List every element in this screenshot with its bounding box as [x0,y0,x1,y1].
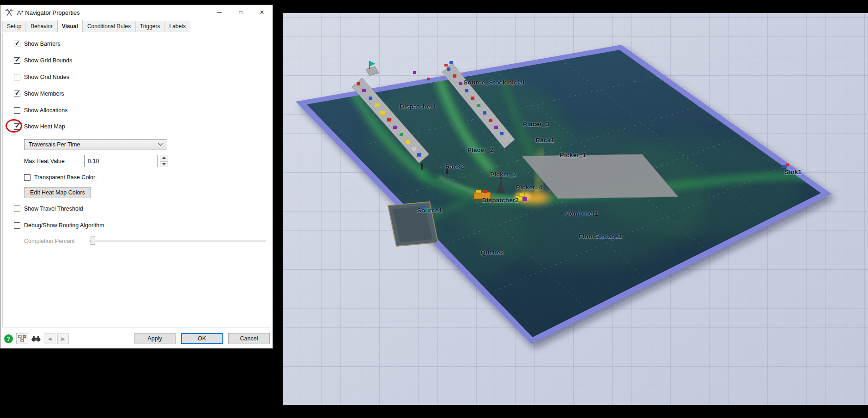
scene-canvas [283,13,868,405]
maximize-button[interactable]: □ [230,5,251,20]
tab-labels[interactable]: Labels [165,21,190,32]
find-button[interactable] [30,333,42,344]
checkbox-show-members[interactable]: Show Members [14,89,64,98]
checkbox-debug-routing-algorithm[interactable]: Debug/Show Routing Algorithm [14,221,104,230]
arrow-down-icon [162,163,166,165]
completion-percent-slider[interactable] [89,236,266,246]
completion-percent-label: Completion Percent [24,238,75,244]
minimize-button[interactable]: ─ [209,5,230,20]
checkbox-label: Show Members [24,91,64,97]
chevron-down-icon [158,141,163,146]
checkbox-label: Show Grid Bounds [24,57,72,64]
checkbox-icon [14,41,20,47]
window-title: A* Navigator Properties [17,9,80,16]
checkbox-label: Show Allocations [24,107,68,114]
checkbox-icon [14,74,20,80]
help-icon: ? [4,334,13,343]
checkbox-transparent-base-color[interactable]: Transparent Base Color [24,173,95,182]
max-heat-value-spinner [160,155,168,167]
slider-thumb[interactable] [91,236,95,245]
edit-heatmap-colors-button[interactable]: Edit Heat Map Colors [24,187,91,198]
tab-setup[interactable]: Setup [2,21,26,32]
checkbox-show-grid-nodes[interactable]: Show Grid Nodes [14,73,69,82]
slider-track [89,240,266,242]
window-controls: ─ □ × [209,5,273,20]
object-tree-button[interactable] [16,333,28,344]
max-heat-value-label: Max Heat Value [24,158,65,164]
close-button[interactable]: × [251,5,273,20]
checkbox-label: Transparent Base Color [34,174,95,181]
back-button[interactable]: ◀ [44,333,55,344]
checkbox-label: Show Heat Map [24,123,65,130]
arrow-up-icon [162,157,166,159]
checkbox-label: Show Barriers [24,41,61,47]
checkbox-show-grid-bounds[interactable]: Show Grid Bounds [14,56,72,65]
checkbox-show-travel-threshold[interactable]: Show Travel Threshold [14,204,83,213]
title-bar[interactable]: A* Navigator Properties ─ □ × [0,5,273,20]
help-button[interactable]: ? [2,333,14,344]
checkbox-show-allocations[interactable]: Show Allocations [14,106,68,115]
tab-visual[interactable]: Visual [57,20,83,32]
max-heat-value-input[interactable] [84,155,158,167]
checkbox-icon [14,107,20,114]
tab-conditional-rules[interactable]: Conditional Rules [83,21,135,32]
checkbox-icon [14,206,20,212]
dropdown-selected-value: Traversals Per Time [29,141,80,148]
tab-bar: Setup Behavior Visual Conditional Rules … [0,20,273,32]
astar-flags-icon [5,8,13,17]
3d-viewport[interactable]: Source_StockInicialDispatcher1Placer_3Ra… [283,13,868,405]
spinner-down-button[interactable] [160,161,168,168]
checkbox-icon [14,57,20,64]
checkbox-label: Debug/Show Routing Algorithm [24,222,104,229]
checkbox-icon [14,222,20,229]
ok-button[interactable]: OK [181,333,223,344]
forward-arrow-icon: ▶ [61,336,65,341]
tree-icon [18,335,26,342]
visual-tab-panel: Show Barriers Show Grid Bounds Show Grid… [2,33,270,327]
properties-dialog: A* Navigator Properties ─ □ × Setup Beha… [0,5,273,349]
tab-triggers[interactable]: Triggers [135,21,165,32]
back-arrow-icon: ◀ [48,336,52,341]
binoculars-icon [31,335,41,342]
spinner-up-button[interactable] [160,155,168,161]
checkbox-label: Show Grid Nodes [24,74,69,80]
highlight-annotation-circle [6,119,22,133]
checkbox-show-barriers[interactable]: Show Barriers [14,39,61,48]
apply-button[interactable]: Apply [134,333,176,344]
checkbox-icon [24,174,30,181]
checkbox-icon [14,91,20,97]
tab-behavior[interactable]: Behavior [26,21,57,32]
dialog-footer: ? ◀ ▶ Apply [2,332,270,345]
heatmap-metric-dropdown[interactable]: Traversals Per Time [24,139,167,150]
cancel-button[interactable]: Cancel [228,333,270,344]
checkbox-label: Show Travel Threshold [24,206,83,212]
forward-button[interactable]: ▶ [57,333,69,344]
